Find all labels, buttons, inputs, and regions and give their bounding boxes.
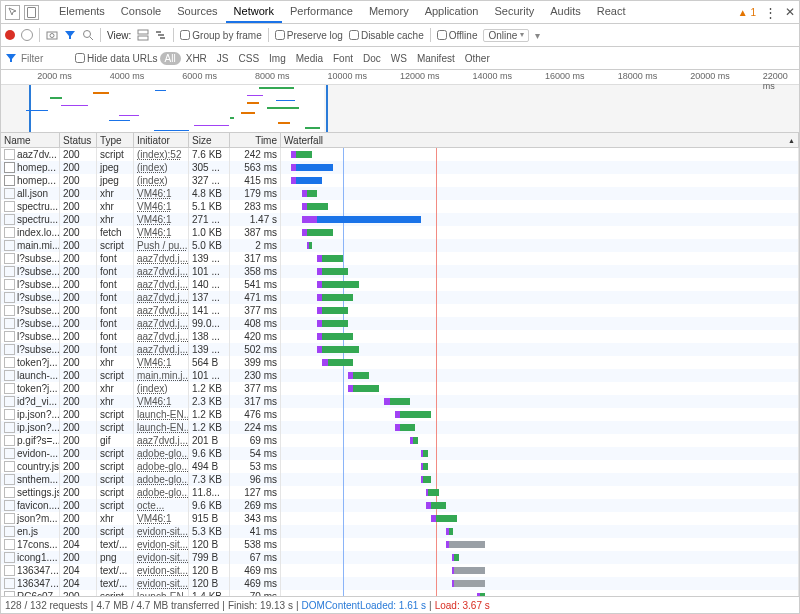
column-header-size[interactable]: Size bbox=[189, 133, 230, 147]
column-header-status[interactable]: Status bbox=[60, 133, 97, 147]
timeline-overview[interactable]: 2000 ms4000 ms6000 ms8000 ms10000 ms1200… bbox=[1, 70, 799, 133]
table-row[interactable]: spectru...200xhrVM46:15.1 KB283 ms bbox=[1, 200, 799, 213]
filter-type-img[interactable]: Img bbox=[264, 52, 291, 65]
cell-initiator[interactable]: VM46:1 bbox=[134, 226, 189, 239]
main-tab-network[interactable]: Network bbox=[226, 1, 282, 23]
cell-initiator[interactable]: (index):52 bbox=[134, 148, 189, 161]
table-row[interactable]: icong1....200pngevidon-sit...799 B67 ms bbox=[1, 551, 799, 564]
table-row[interactable]: token?j...200xhrVM46:1564 B399 ms bbox=[1, 356, 799, 369]
hide-data-urls-checkbox[interactable]: Hide data URLs bbox=[75, 53, 158, 64]
cell-initiator[interactable]: VM46:1 bbox=[134, 187, 189, 200]
cell-initiator[interactable]: aaz7dvd.j... bbox=[134, 343, 189, 356]
table-row[interactable]: l?subse...200fontaaz7dvd.j...101 ...358 … bbox=[1, 265, 799, 278]
cell-initiator[interactable]: aaz7dvd.j... bbox=[134, 434, 189, 447]
cell-initiator[interactable]: VM46:1 bbox=[134, 395, 189, 408]
clear-button[interactable] bbox=[21, 29, 33, 41]
cell-initiator[interactable]: aaz7dvd.j... bbox=[134, 252, 189, 265]
table-row[interactable]: all.json200xhrVM46:14.8 KB179 ms bbox=[1, 187, 799, 200]
filter-type-ws[interactable]: WS bbox=[386, 52, 412, 65]
warning-count-badge[interactable]: ▲ 1 bbox=[738, 7, 756, 18]
filter-type-css[interactable]: CSS bbox=[234, 52, 265, 65]
table-row[interactable]: settings.js200scriptadobe-glo...11.8...1… bbox=[1, 486, 799, 499]
cell-initiator[interactable]: adobe-glo... bbox=[134, 486, 189, 499]
cell-initiator[interactable]: adobe-glo... bbox=[134, 447, 189, 460]
close-icon[interactable]: ✕ bbox=[785, 5, 795, 19]
request-table[interactable]: aaz7dv...200script(index):527.6 KB242 ms… bbox=[1, 148, 799, 596]
cell-initiator[interactable]: (index) bbox=[134, 174, 189, 187]
group-by-frame-checkbox[interactable]: Group by frame bbox=[180, 30, 261, 41]
filter-input[interactable] bbox=[19, 52, 73, 65]
main-tab-audits[interactable]: Audits bbox=[542, 1, 589, 23]
cell-initiator[interactable]: (index) bbox=[134, 382, 189, 395]
table-row[interactable]: spectru...200xhrVM46:1271 ...1.47 s bbox=[1, 213, 799, 226]
main-tab-performance[interactable]: Performance bbox=[282, 1, 361, 23]
cell-initiator[interactable]: evidon-sit... bbox=[134, 577, 189, 590]
table-row[interactable]: p.gif?s=...200gifaaz7dvd.j...201 B69 ms bbox=[1, 434, 799, 447]
main-tab-elements[interactable]: Elements bbox=[51, 1, 113, 23]
table-row[interactable]: l?subse...200fontaaz7dvd.j...140 ...541 … bbox=[1, 278, 799, 291]
main-tab-memory[interactable]: Memory bbox=[361, 1, 417, 23]
waterfall-view-icon[interactable] bbox=[155, 29, 167, 41]
large-rows-icon[interactable] bbox=[137, 29, 149, 41]
inspect-element-button[interactable] bbox=[5, 5, 20, 20]
filter-type-manifest[interactable]: Manifest bbox=[412, 52, 460, 65]
main-tab-console[interactable]: Console bbox=[113, 1, 169, 23]
main-tab-security[interactable]: Security bbox=[486, 1, 542, 23]
capture-screenshots-icon[interactable] bbox=[46, 29, 58, 41]
cell-initiator[interactable]: VM46:1 bbox=[134, 356, 189, 369]
table-row[interactable]: ip.json?...200scriptlaunch-EN...1.2 KB47… bbox=[1, 408, 799, 421]
preserve-log-checkbox[interactable]: Preserve log bbox=[275, 30, 343, 41]
cell-initiator[interactable]: VM46:1 bbox=[134, 512, 189, 525]
table-row[interactable]: l?subse...200fontaaz7dvd.j...99.0...408 … bbox=[1, 317, 799, 330]
cell-initiator[interactable]: aaz7dvd.j... bbox=[134, 317, 189, 330]
main-tab-sources[interactable]: Sources bbox=[169, 1, 225, 23]
cell-initiator[interactable]: evidon-sit... bbox=[134, 538, 189, 551]
table-row[interactable]: json?m...200xhrVM46:1915 B343 ms bbox=[1, 512, 799, 525]
search-icon[interactable] bbox=[82, 29, 94, 41]
offline-checkbox[interactable]: Offline bbox=[437, 30, 478, 41]
filter-type-media[interactable]: Media bbox=[291, 52, 328, 65]
column-header-time[interactable]: Time bbox=[230, 133, 281, 147]
table-row[interactable]: homep...200jpeg(index)327 ...415 ms bbox=[1, 174, 799, 187]
table-row[interactable]: 136347...204text/...evidon-sit...120 B46… bbox=[1, 577, 799, 590]
filter-type-doc[interactable]: Doc bbox=[358, 52, 386, 65]
cell-initiator[interactable]: Push / pu... bbox=[134, 239, 189, 252]
table-row[interactable]: token?j...200xhr(index)1.2 KB377 ms bbox=[1, 382, 799, 395]
device-toggle-button[interactable] bbox=[24, 5, 39, 20]
overview-selection[interactable] bbox=[29, 85, 328, 133]
cell-initiator[interactable]: VM46:1 bbox=[134, 213, 189, 226]
cell-initiator[interactable]: adobe-glo... bbox=[134, 460, 189, 473]
disable-cache-checkbox[interactable]: Disable cache bbox=[349, 30, 424, 41]
table-row[interactable]: launch-...200scriptmain.min.j...101 ...2… bbox=[1, 369, 799, 382]
cell-initiator[interactable]: launch-EN... bbox=[134, 408, 189, 421]
column-header-name[interactable]: Name bbox=[1, 133, 60, 147]
column-header-initiator[interactable]: Initiator bbox=[134, 133, 189, 147]
cell-initiator[interactable]: aaz7dvd.j... bbox=[134, 278, 189, 291]
table-row[interactable]: aaz7dv...200script(index):527.6 KB242 ms bbox=[1, 148, 799, 161]
table-row[interactable]: favicon....200scriptocte...9.6 KB269 ms bbox=[1, 499, 799, 512]
cell-initiator[interactable]: octe... bbox=[134, 499, 189, 512]
throttling-select[interactable]: Online▾ bbox=[483, 29, 529, 42]
cell-initiator[interactable]: adobe-glo... bbox=[134, 473, 189, 486]
filter-type-other[interactable]: Other bbox=[460, 52, 495, 65]
table-row[interactable]: 136347...204text/...evidon-sit...120 B46… bbox=[1, 564, 799, 577]
table-row[interactable]: homep...200jpeg(index)305 ...563 ms bbox=[1, 161, 799, 174]
table-row[interactable]: en.js200scriptevidon-sit...5.3 KB41 ms bbox=[1, 525, 799, 538]
main-tab-application[interactable]: Application bbox=[417, 1, 487, 23]
filter-toggle-icon[interactable] bbox=[64, 29, 76, 41]
table-row[interactable]: evidon-...200scriptadobe-glo...9.6 KB54 … bbox=[1, 447, 799, 460]
cell-initiator[interactable]: launch-EN... bbox=[134, 421, 189, 434]
table-row[interactable]: l?subse...200fontaaz7dvd.j...141 ...377 … bbox=[1, 304, 799, 317]
table-row[interactable]: main.mi...200scriptPush / pu...5.0 KB2 m… bbox=[1, 239, 799, 252]
cell-initiator[interactable]: VM46:1 bbox=[134, 200, 189, 213]
cell-initiator[interactable]: aaz7dvd.j... bbox=[134, 304, 189, 317]
main-tab-react[interactable]: React bbox=[589, 1, 634, 23]
cell-initiator[interactable]: aaz7dvd.j... bbox=[134, 265, 189, 278]
cell-initiator[interactable]: (index) bbox=[134, 161, 189, 174]
filter-type-all[interactable]: All bbox=[160, 52, 181, 65]
table-row[interactable]: l?subse...200fontaaz7dvd.j...139 ...502 … bbox=[1, 343, 799, 356]
table-row[interactable]: id?d_vi...200xhrVM46:12.3 KB317 ms bbox=[1, 395, 799, 408]
cell-initiator[interactable]: evidon-sit... bbox=[134, 551, 189, 564]
table-row[interactable]: l?subse...200fontaaz7dvd.j...138 ...420 … bbox=[1, 330, 799, 343]
column-header-waterfall[interactable]: Waterfall▲ bbox=[281, 133, 799, 147]
